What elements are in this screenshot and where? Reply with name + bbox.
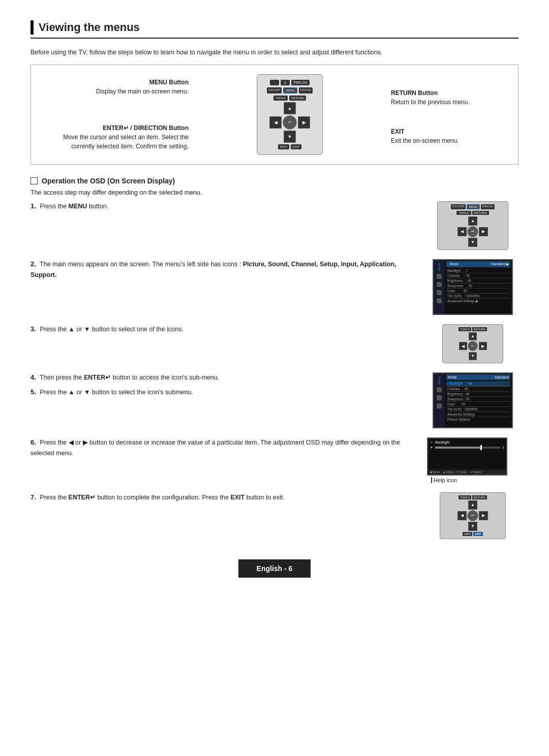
slider-row: ▼ 7: [428, 444, 506, 452]
s3-center: ↵: [468, 341, 478, 351]
s5-contrast: Contrast : 95: [446, 387, 510, 392]
osd-section: Operation the OSD (On Screen Display) Th…: [30, 177, 518, 539]
exit-label: EXIT: [391, 128, 405, 135]
s5-mode-label: Mode: [448, 375, 457, 379]
tv-contrast: Contrast : 95: [446, 273, 510, 278]
diagram-box: MENU Button Display the main on-screen m…: [30, 65, 518, 165]
tv-mode-value: : Standard ▶: [489, 262, 509, 266]
dpad-down[interactable]: ▼: [284, 131, 296, 143]
step-2-image: Picture · Mode : Standard ▶ Backlight : …: [427, 259, 518, 315]
return-btn[interactable]: RETURN: [289, 96, 306, 101]
tv-tint: Tint (G/R) : G50/R50: [446, 294, 510, 299]
menu-button-annotation: MENU Button Display the main on-screen m…: [46, 78, 189, 96]
fav-ch-btn[interactable]: FAV.CH: [299, 87, 313, 93]
step-1-image: CH LIST MENU FAV.CH TOOLS RETURN ▲ ▼ ◀ ▶…: [427, 201, 518, 250]
step-3-image: TOOLS RETURN ▲ ▼ ◀ ▶ ↵: [427, 324, 518, 363]
step-2-text: 2. The main menu appears on the screen. …: [30, 259, 417, 280]
title-accent: [30, 20, 34, 35]
help-icon-connector: [431, 477, 432, 483]
help-screen-display: ▲ Backlight ▼ 7 ◀ Move ▲ Adjust: [427, 437, 507, 476]
backlight-value: 7: [502, 446, 504, 450]
step-3-row: 3. Press the ▲ or ▼ button to select one…: [30, 324, 518, 363]
page-container: Viewing the menus Before using the TV, f…: [30, 20, 518, 539]
menu-button-label: MENU Button: [149, 79, 189, 86]
s5-icon-1: [437, 387, 442, 392]
step-4-row: 4. Then press the ENTER↵ button to acces…: [30, 372, 518, 428]
s7-down: ▼: [468, 522, 477, 531]
help-icon-label-text: Help icon: [434, 477, 457, 483]
slider-fill: [435, 447, 482, 449]
s1-tools: TOOLS: [456, 211, 471, 215]
s5-backlight-highlight: · Backlight : 7 ▶: [446, 381, 510, 387]
info-btn[interactable]: INFO: [278, 144, 289, 149]
menu-btn[interactable]: MENU: [283, 87, 297, 93]
s7-info: INFO: [463, 532, 472, 536]
dash-btn[interactable]: -: [270, 80, 279, 85]
step-4-text: 4. Then press the ENTER↵ button to acces…: [30, 372, 417, 383]
osd-subtext: The access step may differ depending on …: [30, 189, 518, 196]
s3-right: ▶: [479, 342, 487, 350]
sidebar-picture-label: Picture: [438, 263, 441, 271]
tools-btn[interactable]: TOOLS: [273, 96, 288, 101]
s7-up: ▲: [468, 500, 477, 510]
s5-icon-2: [437, 395, 442, 400]
pre-ch-btn[interactable]: PRE-CH: [291, 80, 310, 85]
zero-btn[interactable]: 0: [281, 80, 290, 85]
footer: English - 6: [30, 559, 518, 578]
tv-advanced: Advanced Settings ▶: [446, 299, 510, 304]
dpad-left[interactable]: ◀: [269, 116, 282, 129]
title-bar: Viewing the menus: [30, 20, 518, 39]
sidebar-icon-4: [437, 298, 442, 303]
s5-sharpness: Sharpness : 50: [446, 397, 510, 402]
ch-list-btn[interactable]: CH LIST: [267, 87, 282, 93]
step-2-num: 2.: [30, 260, 36, 268]
s1-right: ▶: [479, 227, 488, 236]
step-2-text-col: 2. The main menu appears on the screen. …: [30, 259, 427, 280]
return-button-annotation: RETURN Button Return to the previous men…: [391, 88, 470, 107]
step-6-image: ▲ Backlight ▼ 7 ◀ Move ▲ Adjust: [427, 437, 518, 483]
return-button-desc: Return to the previous menu.: [391, 99, 470, 106]
step-1-row: 1. Press the MENU button. CH LIST MENU F…: [30, 201, 518, 250]
step-5-num: 5.: [30, 388, 36, 396]
s5-brightness: Brightness : 45: [446, 392, 510, 397]
step-1-text-col: 1. Press the MENU button.: [30, 201, 427, 212]
diagram-left: MENU Button Display the main on-screen m…: [46, 78, 189, 151]
return-button-label: RETURN Button: [391, 89, 438, 97]
footer-badge: English - 6: [238, 559, 311, 578]
s3-left: ◀: [459, 342, 467, 350]
s1-return: RETURN: [472, 211, 489, 215]
s1-ch-list: CH LIST: [451, 204, 466, 209]
s5-pictureopts: Picture Options: [446, 417, 510, 422]
dpad-right[interactable]: ▶: [298, 116, 310, 129]
sidebar-icon-2: [437, 282, 442, 287]
submenu-screen-display: Picture Mode : Standard · Backlight : 7 …: [433, 372, 513, 428]
step-5-text: 5. Press the ▲ or ▼ button to select the…: [30, 387, 417, 398]
tv-mode-label: · Mode: [448, 262, 459, 266]
step-7-image: TOOLS RETURN ▲ ▼ ◀ ▶ ↵ INFO EXIT: [427, 492, 518, 539]
s1-menu: MENU: [467, 204, 480, 209]
s5-color: Color : 50: [446, 402, 510, 407]
s5-sidebar-label: Picture: [438, 376, 441, 385]
s3-return: RETURN: [472, 327, 487, 331]
dpad-up[interactable]: ▲: [284, 102, 296, 114]
sidebar-icon-1: [437, 274, 442, 279]
step-6-num: 6.: [30, 438, 36, 446]
s5-icon-3: [437, 403, 442, 408]
exit-btn[interactable]: EXIT: [291, 144, 301, 149]
osd-heading-row: Operation the OSD (On Screen Display): [30, 177, 518, 185]
help-icon-label-row: Help icon: [431, 477, 457, 483]
s5-mode-value: : Standard: [493, 375, 509, 379]
step-7-text-col: 7. Press the ENTER↵ button to complete t…: [30, 492, 427, 503]
help-move: ◀ Move: [430, 470, 440, 474]
s7-tools: TOOLS: [459, 495, 471, 499]
dpad-enter[interactable]: ↵: [283, 115, 297, 130]
diagram-right: RETURN Button Return to the previous men…: [391, 83, 503, 145]
step-4-num: 4.: [30, 373, 36, 381]
s7-left: ◀: [458, 511, 467, 520]
step-6-text-col: 6. Press the ◀ or ▶ button to decrease o…: [30, 437, 427, 458]
diagram-remote: - 0 PRE-CH CH LIST MENU FAV.CH TOOLS RET…: [257, 74, 323, 155]
intro-text: Before using the TV, follow the steps be…: [30, 48, 518, 57]
exit-desc: Exit the on-screen menu.: [391, 137, 459, 144]
s7-return: RETURN: [472, 495, 487, 499]
step-6-text: 6. Press the ◀ or ▶ button to decrease o…: [30, 437, 417, 458]
